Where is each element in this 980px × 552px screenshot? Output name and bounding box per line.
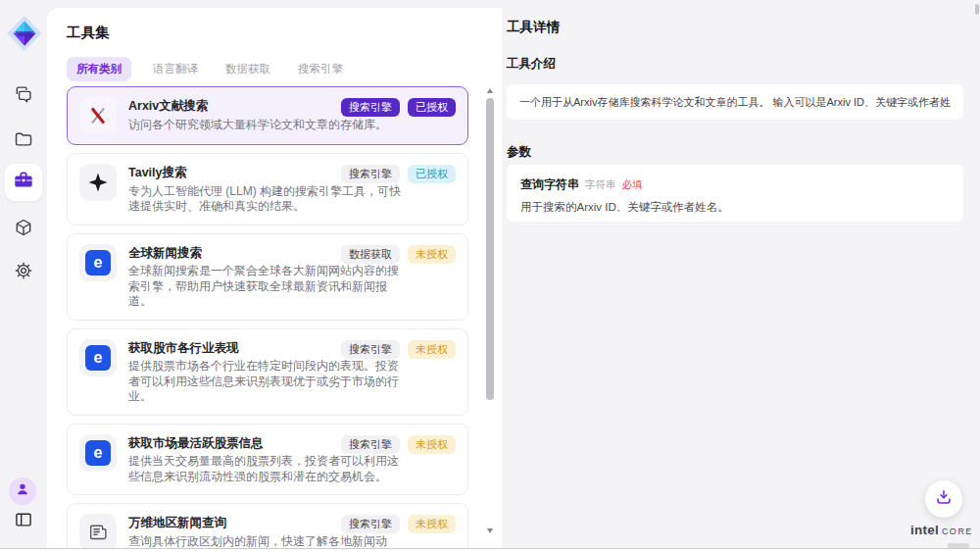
tool-description: 提供股票市场各个行业在特定时间段内的表现。投资者可以利用这些信息来识别表现优于或…	[128, 359, 405, 404]
intro-text: 一个用于从Arxiv存储库搜索科学论文和文章的工具。 输入可以是Arxiv ID…	[519, 95, 951, 110]
folder-icon	[14, 129, 33, 149]
tool-description: 提供当天交易量最高的股票列表，投资者可以利用这些信息来识别流动性强的股票和潜在的…	[128, 454, 405, 484]
cube-icon	[14, 218, 33, 237]
toolbox-icon	[13, 170, 34, 195]
page-title: 工具集	[67, 24, 110, 42]
tool-description: 全球新闻搜索是一个聚合全球各大新闻网站内容的搜索引擎，帮助用户快速获取全球最新资…	[128, 264, 405, 309]
news-search-icon: e	[79, 244, 117, 281]
tool-card-list: Arxiv文献搜索 访问各个研究领域大量科学论文和文章的存储库。 搜索引擎 已授…	[67, 86, 470, 548]
category-badge: 搜索引擎	[341, 340, 400, 359]
auth-status-badge: 已授权	[408, 165, 456, 183]
download-button[interactable]	[925, 480, 962, 518]
tool-description: 查询具体行政区划内的新闻，快速了解各地新闻动	[128, 534, 405, 548]
app-window: 工具集 所有类别 语言翻译 数据获取 搜索引擎 Arxiv文献搜索 访问各个研究…	[0, 0, 980, 548]
page-scrollbar[interactable]	[975, 4, 979, 15]
param-required-label: 必填	[622, 178, 643, 192]
tool-card-sector-performance[interactable]: e 获取股市各行业表现 提供股票市场各个行业在特定时间段内的表现。投资者可以利用…	[67, 328, 468, 416]
news-search-icon: e	[79, 434, 117, 472]
intro-card: 一个用于从Arxiv存储库搜索科学论文和文章的工具。 输入可以是Arxiv ID…	[507, 84, 963, 120]
sidebar-rail	[0, 0, 47, 548]
sidebar-item-settings[interactable]	[0, 261, 47, 280]
category-badge: 搜索引擎	[341, 165, 400, 183]
tool-card-tavily[interactable]: Tavily搜索 专为人工智能代理 (LLM) 构建的搜索引擎工具，可快速提供实…	[67, 153, 468, 226]
intro-heading: 工具介绍	[507, 56, 556, 73]
intel-wordmark: intel	[910, 523, 939, 537]
category-badge: 搜索引擎	[341, 515, 400, 533]
category-badge: 搜索引擎	[341, 435, 400, 454]
newspaper-icon	[79, 514, 117, 548]
arxiv-icon	[79, 97, 117, 134]
tool-description: 访问各个研究领域大量科学论文和文章的存储库。	[128, 118, 405, 132]
details-title: 工具详情	[507, 19, 560, 36]
window-bottom-border	[0, 548, 980, 549]
param-card: 查询字符串 字符串 必填 用于搜索的Arxiv ID、关键字或作者姓名。	[507, 165, 963, 222]
toolset-panel: 工具集 所有类别 语言翻译 数据获取 搜索引擎 Arxiv文献搜索 访问各个研究…	[47, 8, 502, 548]
app-logo-diamond	[6, 15, 43, 52]
panel-layout-icon	[14, 510, 33, 529]
scrollbar-thumb[interactable]	[486, 98, 494, 400]
auth-status-badge: 未授权	[408, 435, 456, 454]
tool-card-arxiv[interactable]: Arxiv文献搜索 访问各个研究领域大量科学论文和文章的存储库。 搜索引擎 已授…	[67, 86, 468, 145]
param-description: 用于搜索的Arxiv ID、关键字或作者姓名。	[520, 200, 950, 215]
param-name: 查询字符串	[520, 176, 579, 193]
news-search-icon: e	[79, 339, 117, 376]
auth-status-badge: 未授权	[408, 245, 456, 264]
auth-status-badge: 已授权	[408, 98, 456, 117]
tavily-star-icon	[79, 164, 117, 201]
user-avatar[interactable]	[9, 477, 36, 505]
sidebar-item-files[interactable]	[0, 129, 47, 149]
download-icon	[935, 488, 953, 510]
scroll-down-arrow[interactable]	[487, 528, 493, 533]
category-badge: 数据获取	[341, 245, 400, 264]
intel-core-logo: intelcore	[910, 523, 973, 548]
list-scrollbar	[484, 86, 496, 535]
user-avatar-icon	[15, 481, 30, 501]
auth-status-badge: 未授权	[408, 515, 456, 533]
chat-icon	[14, 84, 33, 104]
scroll-up-arrow[interactable]	[487, 88, 493, 93]
sidebar-collapse[interactable]	[0, 510, 47, 529]
core-wordmark: core	[942, 523, 973, 537]
tool-card-global-news[interactable]: e 全球新闻搜索 全球新闻搜索是一个聚合全球各大新闻网站内容的搜索引擎，帮助用户…	[67, 233, 468, 321]
auth-status-badge: 未授权	[408, 340, 456, 359]
tool-description: 专为人工智能代理 (LLM) 构建的搜索引擎工具，可快速提供实时、准确和真实的结…	[128, 184, 405, 215]
tab-language-translation[interactable]: 语言翻译	[147, 57, 204, 81]
tool-card-regional-news[interactable]: 万维地区新闻查询 查询具体行政区划内的新闻，快速了解各地新闻动 搜索引擎 未授权	[67, 503, 468, 548]
category-tabs: 所有类别 语言翻译 数据获取 搜索引擎	[67, 57, 349, 81]
params-heading: 参数	[507, 144, 531, 161]
tab-search-engine[interactable]: 搜索引擎	[292, 57, 349, 81]
settings-gear-icon	[14, 261, 33, 280]
category-badge: 搜索引擎	[341, 98, 400, 117]
param-type-label: 字符串	[585, 178, 616, 192]
tool-card-active-stocks[interactable]: e 获取市场最活跃股票信息 提供当天交易量最高的股票列表，投资者可以利用这些信息…	[67, 424, 468, 496]
sidebar-item-chat[interactable]	[0, 84, 47, 104]
tab-data-acquisition[interactable]: 数据获取	[220, 57, 276, 81]
tool-details-panel: 工具详情 工具介绍 一个用于从Arxiv存储库搜索科学论文和文章的工具。 输入可…	[507, 0, 980, 548]
tab-all-categories[interactable]: 所有类别	[67, 57, 131, 81]
sidebar-item-models[interactable]	[0, 218, 47, 237]
sidebar-item-toolbox-active[interactable]	[5, 164, 42, 201]
